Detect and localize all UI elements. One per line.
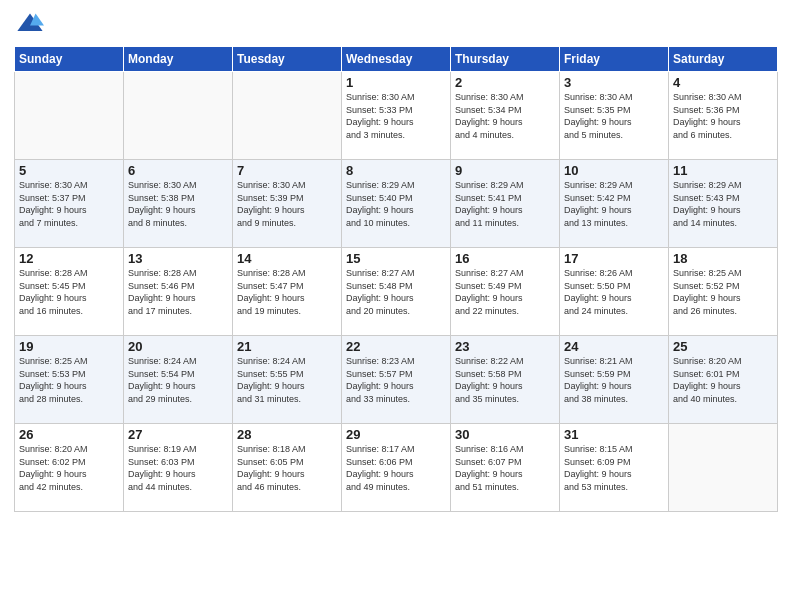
day-number: 3 <box>564 75 664 90</box>
calendar-cell <box>669 424 778 512</box>
day-number: 26 <box>19 427 119 442</box>
day-number: 4 <box>673 75 773 90</box>
day-info: Sunrise: 8:23 AM Sunset: 5:57 PM Dayligh… <box>346 355 446 405</box>
day-number: 28 <box>237 427 337 442</box>
calendar-cell: 29Sunrise: 8:17 AM Sunset: 6:06 PM Dayli… <box>342 424 451 512</box>
day-info: Sunrise: 8:28 AM Sunset: 5:45 PM Dayligh… <box>19 267 119 317</box>
calendar-cell: 23Sunrise: 8:22 AM Sunset: 5:58 PM Dayli… <box>451 336 560 424</box>
day-number: 18 <box>673 251 773 266</box>
day-number: 9 <box>455 163 555 178</box>
calendar-cell: 9Sunrise: 8:29 AM Sunset: 5:41 PM Daylig… <box>451 160 560 248</box>
weekday-header-saturday: Saturday <box>669 47 778 72</box>
day-number: 2 <box>455 75 555 90</box>
day-info: Sunrise: 8:28 AM Sunset: 5:47 PM Dayligh… <box>237 267 337 317</box>
day-info: Sunrise: 8:27 AM Sunset: 5:49 PM Dayligh… <box>455 267 555 317</box>
day-number: 24 <box>564 339 664 354</box>
weekday-header-row: SundayMondayTuesdayWednesdayThursdayFrid… <box>15 47 778 72</box>
weekday-header-thursday: Thursday <box>451 47 560 72</box>
header <box>14 10 778 38</box>
day-info: Sunrise: 8:30 AM Sunset: 5:39 PM Dayligh… <box>237 179 337 229</box>
calendar-cell: 20Sunrise: 8:24 AM Sunset: 5:54 PM Dayli… <box>124 336 233 424</box>
day-number: 1 <box>346 75 446 90</box>
week-row-2: 12Sunrise: 8:28 AM Sunset: 5:45 PM Dayli… <box>15 248 778 336</box>
calendar-cell: 24Sunrise: 8:21 AM Sunset: 5:59 PM Dayli… <box>560 336 669 424</box>
calendar-cell: 3Sunrise: 8:30 AM Sunset: 5:35 PM Daylig… <box>560 72 669 160</box>
calendar-cell: 11Sunrise: 8:29 AM Sunset: 5:43 PM Dayli… <box>669 160 778 248</box>
day-number: 31 <box>564 427 664 442</box>
calendar-cell: 2Sunrise: 8:30 AM Sunset: 5:34 PM Daylig… <box>451 72 560 160</box>
day-info: Sunrise: 8:25 AM Sunset: 5:52 PM Dayligh… <box>673 267 773 317</box>
day-number: 7 <box>237 163 337 178</box>
day-info: Sunrise: 8:28 AM Sunset: 5:46 PM Dayligh… <box>128 267 228 317</box>
week-row-3: 19Sunrise: 8:25 AM Sunset: 5:53 PM Dayli… <box>15 336 778 424</box>
day-number: 11 <box>673 163 773 178</box>
weekday-header-sunday: Sunday <box>15 47 124 72</box>
day-info: Sunrise: 8:30 AM Sunset: 5:35 PM Dayligh… <box>564 91 664 141</box>
calendar-cell: 13Sunrise: 8:28 AM Sunset: 5:46 PM Dayli… <box>124 248 233 336</box>
calendar-cell: 14Sunrise: 8:28 AM Sunset: 5:47 PM Dayli… <box>233 248 342 336</box>
day-number: 19 <box>19 339 119 354</box>
calendar-cell: 4Sunrise: 8:30 AM Sunset: 5:36 PM Daylig… <box>669 72 778 160</box>
calendar-cell: 12Sunrise: 8:28 AM Sunset: 5:45 PM Dayli… <box>15 248 124 336</box>
weekday-header-friday: Friday <box>560 47 669 72</box>
calendar-cell: 30Sunrise: 8:16 AM Sunset: 6:07 PM Dayli… <box>451 424 560 512</box>
day-number: 20 <box>128 339 228 354</box>
calendar-cell: 7Sunrise: 8:30 AM Sunset: 5:39 PM Daylig… <box>233 160 342 248</box>
calendar-cell: 5Sunrise: 8:30 AM Sunset: 5:37 PM Daylig… <box>15 160 124 248</box>
weekday-header-tuesday: Tuesday <box>233 47 342 72</box>
weekday-header-wednesday: Wednesday <box>342 47 451 72</box>
day-number: 17 <box>564 251 664 266</box>
day-info: Sunrise: 8:18 AM Sunset: 6:05 PM Dayligh… <box>237 443 337 493</box>
logo-icon <box>16 10 44 38</box>
weekday-header-monday: Monday <box>124 47 233 72</box>
calendar-cell: 18Sunrise: 8:25 AM Sunset: 5:52 PM Dayli… <box>669 248 778 336</box>
day-number: 25 <box>673 339 773 354</box>
day-number: 14 <box>237 251 337 266</box>
calendar-cell: 27Sunrise: 8:19 AM Sunset: 6:03 PM Dayli… <box>124 424 233 512</box>
calendar-cell: 26Sunrise: 8:20 AM Sunset: 6:02 PM Dayli… <box>15 424 124 512</box>
calendar-cell: 17Sunrise: 8:26 AM Sunset: 5:50 PM Dayli… <box>560 248 669 336</box>
calendar-cell: 19Sunrise: 8:25 AM Sunset: 5:53 PM Dayli… <box>15 336 124 424</box>
day-number: 15 <box>346 251 446 266</box>
day-info: Sunrise: 8:24 AM Sunset: 5:55 PM Dayligh… <box>237 355 337 405</box>
day-number: 8 <box>346 163 446 178</box>
day-info: Sunrise: 8:17 AM Sunset: 6:06 PM Dayligh… <box>346 443 446 493</box>
day-number: 12 <box>19 251 119 266</box>
day-info: Sunrise: 8:21 AM Sunset: 5:59 PM Dayligh… <box>564 355 664 405</box>
calendar-cell: 8Sunrise: 8:29 AM Sunset: 5:40 PM Daylig… <box>342 160 451 248</box>
day-info: Sunrise: 8:20 AM Sunset: 6:01 PM Dayligh… <box>673 355 773 405</box>
calendar-cell: 16Sunrise: 8:27 AM Sunset: 5:49 PM Dayli… <box>451 248 560 336</box>
day-info: Sunrise: 8:15 AM Sunset: 6:09 PM Dayligh… <box>564 443 664 493</box>
day-info: Sunrise: 8:20 AM Sunset: 6:02 PM Dayligh… <box>19 443 119 493</box>
day-number: 30 <box>455 427 555 442</box>
calendar-cell: 21Sunrise: 8:24 AM Sunset: 5:55 PM Dayli… <box>233 336 342 424</box>
day-number: 23 <box>455 339 555 354</box>
calendar-cell: 25Sunrise: 8:20 AM Sunset: 6:01 PM Dayli… <box>669 336 778 424</box>
day-info: Sunrise: 8:30 AM Sunset: 5:37 PM Dayligh… <box>19 179 119 229</box>
day-number: 6 <box>128 163 228 178</box>
day-number: 5 <box>19 163 119 178</box>
week-row-0: 1Sunrise: 8:30 AM Sunset: 5:33 PM Daylig… <box>15 72 778 160</box>
day-info: Sunrise: 8:25 AM Sunset: 5:53 PM Dayligh… <box>19 355 119 405</box>
calendar-cell <box>124 72 233 160</box>
day-info: Sunrise: 8:16 AM Sunset: 6:07 PM Dayligh… <box>455 443 555 493</box>
day-info: Sunrise: 8:30 AM Sunset: 5:34 PM Dayligh… <box>455 91 555 141</box>
calendar-cell: 22Sunrise: 8:23 AM Sunset: 5:57 PM Dayli… <box>342 336 451 424</box>
calendar-cell: 1Sunrise: 8:30 AM Sunset: 5:33 PM Daylig… <box>342 72 451 160</box>
page: SundayMondayTuesdayWednesdayThursdayFrid… <box>0 0 792 612</box>
day-info: Sunrise: 8:29 AM Sunset: 5:40 PM Dayligh… <box>346 179 446 229</box>
day-info: Sunrise: 8:19 AM Sunset: 6:03 PM Dayligh… <box>128 443 228 493</box>
week-row-4: 26Sunrise: 8:20 AM Sunset: 6:02 PM Dayli… <box>15 424 778 512</box>
day-number: 10 <box>564 163 664 178</box>
logo <box>14 10 46 38</box>
day-number: 27 <box>128 427 228 442</box>
day-number: 22 <box>346 339 446 354</box>
day-number: 13 <box>128 251 228 266</box>
day-info: Sunrise: 8:30 AM Sunset: 5:36 PM Dayligh… <box>673 91 773 141</box>
day-number: 21 <box>237 339 337 354</box>
calendar: SundayMondayTuesdayWednesdayThursdayFrid… <box>14 46 778 512</box>
calendar-cell <box>233 72 342 160</box>
calendar-cell: 15Sunrise: 8:27 AM Sunset: 5:48 PM Dayli… <box>342 248 451 336</box>
week-row-1: 5Sunrise: 8:30 AM Sunset: 5:37 PM Daylig… <box>15 160 778 248</box>
day-info: Sunrise: 8:26 AM Sunset: 5:50 PM Dayligh… <box>564 267 664 317</box>
